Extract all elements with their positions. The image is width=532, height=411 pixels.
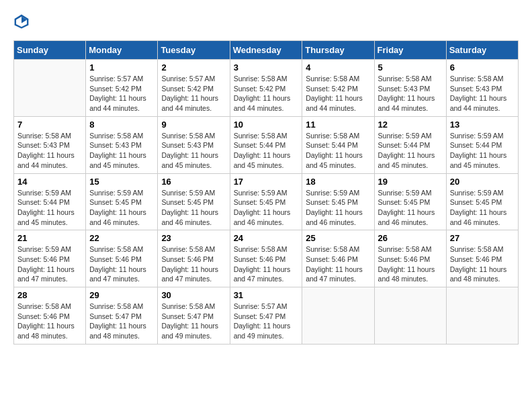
- day-number: 22: [89, 233, 154, 243]
- day-number: 28: [17, 290, 82, 300]
- calendar-cell: 16Sunrise: 5:59 AMSunset: 5:45 PMDayligh…: [158, 173, 230, 230]
- day-number: 12: [378, 120, 443, 130]
- calendar-cell: [446, 287, 518, 345]
- calendar-cell: 20Sunrise: 5:59 AMSunset: 5:45 PMDayligh…: [446, 173, 518, 230]
- day-number: 13: [450, 120, 515, 130]
- calendar-cell: 18Sunrise: 5:59 AMSunset: 5:45 PMDayligh…: [302, 173, 374, 230]
- calendar-table: SundayMondayTuesdayWednesdayThursdayFrid…: [13, 40, 519, 345]
- calendar-cell: [14, 60, 86, 117]
- day-number: 30: [161, 290, 226, 300]
- day-info: Sunrise: 5:59 AMSunset: 5:44 PMDaylight:…: [450, 131, 515, 171]
- day-info: Sunrise: 5:58 AMSunset: 5:43 PMDaylight:…: [17, 131, 82, 171]
- day-number: 24: [234, 233, 299, 243]
- calendar-cell: 5Sunrise: 5:58 AMSunset: 5:43 PMDaylight…: [374, 60, 446, 117]
- calendar-cell: 13Sunrise: 5:59 AMSunset: 5:44 PMDayligh…: [446, 116, 518, 173]
- day-number: 16: [161, 177, 226, 187]
- day-info: Sunrise: 5:58 AMSunset: 5:42 PMDaylight:…: [234, 74, 299, 113]
- day-number: 18: [306, 177, 370, 187]
- calendar-cell: 15Sunrise: 5:59 AMSunset: 5:45 PMDayligh…: [86, 173, 158, 230]
- day-info: Sunrise: 5:58 AMSunset: 5:43 PMDaylight:…: [378, 74, 443, 113]
- page-header: [13, 13, 519, 30]
- week-row-3: 14Sunrise: 5:59 AMSunset: 5:44 PMDayligh…: [14, 173, 519, 230]
- day-number: 4: [306, 62, 370, 73]
- calendar-cell: 31Sunrise: 5:57 AMSunset: 5:47 PMDayligh…: [230, 287, 302, 345]
- column-header-tuesday: Tuesday: [158, 41, 230, 60]
- calendar-cell: 10Sunrise: 5:58 AMSunset: 5:44 PMDayligh…: [230, 116, 302, 173]
- day-info: Sunrise: 5:58 AMSunset: 5:43 PMDaylight:…: [89, 131, 154, 171]
- column-header-monday: Monday: [86, 41, 158, 60]
- column-header-wednesday: Wednesday: [230, 41, 302, 60]
- day-number: 20: [450, 177, 515, 187]
- day-info: Sunrise: 5:58 AMSunset: 5:44 PMDaylight:…: [306, 131, 370, 171]
- week-row-4: 21Sunrise: 5:59 AMSunset: 5:46 PMDayligh…: [14, 230, 519, 287]
- calendar-cell: 4Sunrise: 5:58 AMSunset: 5:42 PMDaylight…: [302, 60, 374, 117]
- calendar-cell: 22Sunrise: 5:58 AMSunset: 5:46 PMDayligh…: [86, 230, 158, 287]
- calendar-cell: [302, 287, 374, 345]
- calendar-cell: 17Sunrise: 5:59 AMSunset: 5:45 PMDayligh…: [230, 173, 302, 230]
- day-number: 27: [450, 233, 515, 243]
- week-row-1: 1Sunrise: 5:57 AMSunset: 5:42 PMDaylight…: [14, 60, 519, 117]
- day-info: Sunrise: 5:58 AMSunset: 5:46 PMDaylight:…: [306, 244, 370, 284]
- day-number: 21: [17, 233, 82, 243]
- day-number: 6: [450, 62, 515, 73]
- calendar-cell: 28Sunrise: 5:58 AMSunset: 5:46 PMDayligh…: [14, 287, 86, 345]
- calendar-cell: 27Sunrise: 5:58 AMSunset: 5:46 PMDayligh…: [446, 230, 518, 287]
- day-number: 8: [89, 120, 154, 130]
- day-info: Sunrise: 5:59 AMSunset: 5:44 PMDaylight:…: [17, 188, 82, 228]
- day-info: Sunrise: 5:58 AMSunset: 5:46 PMDaylight:…: [89, 244, 154, 284]
- day-info: Sunrise: 5:58 AMSunset: 5:44 PMDaylight:…: [234, 131, 299, 171]
- day-number: 7: [17, 120, 82, 130]
- day-number: 25: [306, 233, 370, 243]
- day-info: Sunrise: 5:59 AMSunset: 5:45 PMDaylight:…: [161, 188, 226, 228]
- calendar-cell: 9Sunrise: 5:58 AMSunset: 5:43 PMDaylight…: [158, 116, 230, 173]
- week-row-2: 7Sunrise: 5:58 AMSunset: 5:43 PMDaylight…: [14, 116, 519, 173]
- calendar-cell: 2Sunrise: 5:57 AMSunset: 5:42 PMDaylight…: [158, 60, 230, 117]
- day-info: Sunrise: 5:57 AMSunset: 5:42 PMDaylight:…: [161, 74, 226, 113]
- day-info: Sunrise: 5:59 AMSunset: 5:46 PMDaylight:…: [17, 244, 82, 284]
- day-info: Sunrise: 5:57 AMSunset: 5:47 PMDaylight:…: [234, 302, 299, 341]
- header-row: SundayMondayTuesdayWednesdayThursdayFrid…: [14, 41, 519, 60]
- day-info: Sunrise: 5:59 AMSunset: 5:45 PMDaylight:…: [378, 188, 443, 228]
- column-header-sunday: Sunday: [14, 41, 86, 60]
- week-row-5: 28Sunrise: 5:58 AMSunset: 5:46 PMDayligh…: [14, 287, 519, 345]
- calendar-cell: 8Sunrise: 5:58 AMSunset: 5:43 PMDaylight…: [86, 116, 158, 173]
- calendar-cell: 26Sunrise: 5:58 AMSunset: 5:46 PMDayligh…: [374, 230, 446, 287]
- calendar-cell: 23Sunrise: 5:58 AMSunset: 5:46 PMDayligh…: [158, 230, 230, 287]
- day-info: Sunrise: 5:58 AMSunset: 5:47 PMDaylight:…: [89, 302, 154, 341]
- day-number: 11: [306, 120, 370, 130]
- day-number: 3: [234, 62, 299, 73]
- day-info: Sunrise: 5:59 AMSunset: 5:45 PMDaylight:…: [89, 188, 154, 228]
- day-number: 15: [89, 177, 154, 187]
- calendar-cell: 29Sunrise: 5:58 AMSunset: 5:47 PMDayligh…: [86, 287, 158, 345]
- logo: [13, 13, 32, 30]
- day-info: Sunrise: 5:57 AMSunset: 5:42 PMDaylight:…: [89, 74, 154, 113]
- calendar-cell: 12Sunrise: 5:59 AMSunset: 5:44 PMDayligh…: [374, 116, 446, 173]
- day-info: Sunrise: 5:58 AMSunset: 5:46 PMDaylight:…: [378, 244, 443, 284]
- day-number: 5: [378, 62, 443, 73]
- day-number: 17: [234, 177, 299, 187]
- calendar-cell: 25Sunrise: 5:58 AMSunset: 5:46 PMDayligh…: [302, 230, 374, 287]
- day-number: 19: [378, 177, 443, 187]
- calendar-cell: 24Sunrise: 5:58 AMSunset: 5:46 PMDayligh…: [230, 230, 302, 287]
- day-info: Sunrise: 5:58 AMSunset: 5:46 PMDaylight:…: [161, 244, 226, 284]
- logo-icon: [13, 13, 30, 30]
- calendar-cell: 1Sunrise: 5:57 AMSunset: 5:42 PMDaylight…: [86, 60, 158, 117]
- day-number: 10: [234, 120, 299, 130]
- day-info: Sunrise: 5:58 AMSunset: 5:43 PMDaylight:…: [450, 74, 515, 113]
- day-number: 2: [161, 62, 226, 73]
- calendar-cell: [374, 287, 446, 345]
- calendar-cell: 7Sunrise: 5:58 AMSunset: 5:43 PMDaylight…: [14, 116, 86, 173]
- day-number: 1: [89, 62, 154, 73]
- day-info: Sunrise: 5:59 AMSunset: 5:45 PMDaylight:…: [306, 188, 370, 228]
- column-header-saturday: Saturday: [446, 41, 518, 60]
- calendar-cell: 3Sunrise: 5:58 AMSunset: 5:42 PMDaylight…: [230, 60, 302, 117]
- column-header-thursday: Thursday: [302, 41, 374, 60]
- day-info: Sunrise: 5:59 AMSunset: 5:45 PMDaylight:…: [234, 188, 299, 228]
- calendar-cell: 21Sunrise: 5:59 AMSunset: 5:46 PMDayligh…: [14, 230, 86, 287]
- column-header-friday: Friday: [374, 41, 446, 60]
- day-number: 9: [161, 120, 226, 130]
- calendar-cell: 30Sunrise: 5:58 AMSunset: 5:47 PMDayligh…: [158, 287, 230, 345]
- day-number: 29: [89, 290, 154, 300]
- calendar-cell: 19Sunrise: 5:59 AMSunset: 5:45 PMDayligh…: [374, 173, 446, 230]
- day-info: Sunrise: 5:58 AMSunset: 5:46 PMDaylight:…: [450, 244, 515, 284]
